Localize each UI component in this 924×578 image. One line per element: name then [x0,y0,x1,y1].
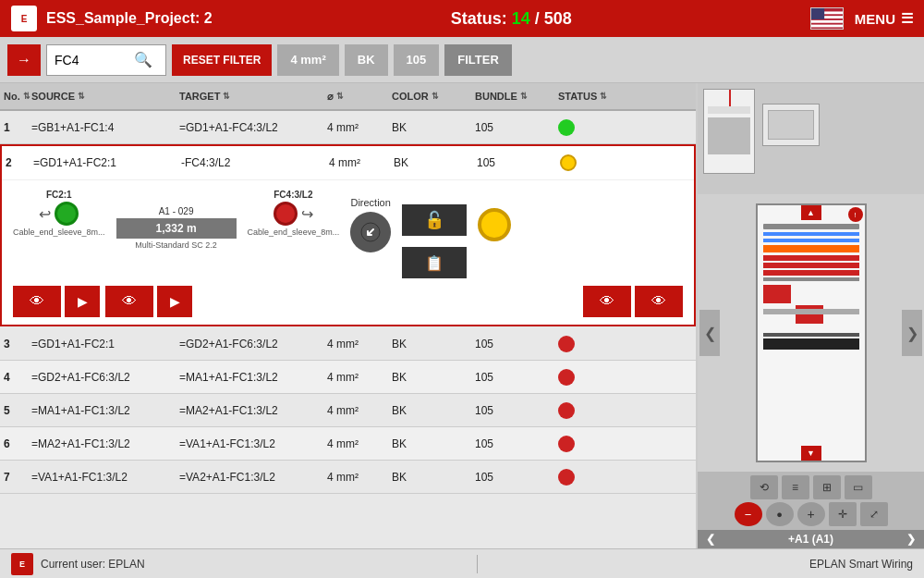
header-right: MENU ☰ [810,7,913,30]
row-7-source: =VA1+A1-FC1:3/L2 [31,471,179,484]
ctrl-btn-plus[interactable]: + [797,502,825,526]
cable-id: A1 - 029 [159,206,194,216]
cabinet-prev-btn[interactable]: ❮ [700,533,721,546]
row-2-target: -FC4:3/L2 [181,156,329,169]
row-1-color: BK [392,121,475,134]
cabinet-body: ▲ ! [756,203,867,462]
ctrl-btn-move[interactable]: ✛ [829,502,857,526]
mid-btn-group: 👁 ▶ [105,286,192,317]
toolbar: → 🔍 RESET FILTER 4 mm² BK 105 FILTER [0,37,924,83]
eye-btn-1[interactable]: 👁 [13,286,61,317]
svg-rect-5 [811,8,824,19]
doc-button[interactable]: 📋 [402,247,467,278]
table-row[interactable]: 1 =GB1+A1-FC1:4 =GD1+A1-FC4:3/L2 4 mm² B… [0,111,696,144]
divider [477,555,478,573]
ctrl-btn-window[interactable]: ▭ [845,475,872,499]
ctrl-btn-circle[interactable]: ● [766,502,794,526]
play-btn-1[interactable]: ▶ [65,286,100,317]
yellow-dot-large [478,208,511,241]
lock-button[interactable]: 🔓 [402,204,467,236]
col-no[interactable]: No. ⇅ [4,91,31,102]
doc-icon: 📋 [425,254,444,272]
footer-left: E Current user: EPLAN [11,553,145,575]
row-4-bundle: 105 [475,371,558,384]
to-label: FC4:3/L2 [274,190,312,200]
right-panel: ❮ ❯ ▲ ! [698,83,924,548]
right-segment: FC4:3/L2 ↪ Cable_end_sleeve_8m... [248,190,340,237]
row-3-status [558,336,575,352]
status-indicator [478,208,511,241]
header-left: E ESS_Sample_Project: 2 [11,6,213,31]
main-cabinet-view: ❮ ❯ ▲ ! [698,194,924,472]
sort-icon-color: ⇅ [432,92,439,101]
arrow-from: ↩ [39,205,51,223]
nav-arrow-button[interactable]: → [7,44,41,76]
sort-icon-diameter: ⇅ [336,92,344,101]
col-status[interactable]: STATUS ⇅ [558,91,632,102]
eye-btn-4[interactable]: 👁 [635,286,683,317]
ctrl-btn-list[interactable]: ≡ [782,475,809,499]
search-icon[interactable]: 🔍 [134,51,152,68]
table-row[interactable]: 3 =GD1+A1-FC2:1 =GD2+A1-FC6:3/L2 4 mm² B… [0,327,696,361]
row-1-status [558,119,575,136]
table-row[interactable]: 7 =VA1+A1-FC1:3/L2 =VA2+A1-FC1:3/L2 4 mm… [0,461,696,494]
to-sleeve: Cable_end_sleeve_8m... [248,228,340,237]
cabinet-thumb-small [703,89,755,174]
row-6-diameter: 4 mm² [327,437,392,450]
ctrl-btn-minus[interactable]: − [735,502,762,526]
svg-rect-3 [811,20,843,23]
table-body: 1 =GB1+A1-FC1:4 =GD1+A1-FC4:3/L2 4 mm² B… [0,111,696,548]
row-5-target: =MA2+A1-FC1:3/L2 [179,404,327,417]
row-2-status [560,154,577,171]
table-row-expanded[interactable]: 2 =GD1+A1-FC2:1 -FC4:3/L2 4 mm² BK 105 F… [0,144,696,326]
cabinet-label-bar: ❮ +A1 (A1) ❯ [698,530,924,548]
reset-filter-button[interactable]: RESET FILTER [172,44,272,76]
menu-button[interactable]: MENU ☰ [855,10,913,27]
row-4-no: 4 [4,371,31,384]
filter-chip-diameter[interactable]: 4 mm² [277,44,338,76]
row-7-no: 7 [4,471,31,484]
cabinet-scroll-up[interactable]: ▲ [801,205,821,220]
status-separator: / [535,9,540,28]
filter-chip-bundle[interactable]: 105 [394,44,440,76]
cabinet-nav-right[interactable]: ❯ [902,310,922,356]
eplan-logo: E [11,6,37,31]
table-row[interactable]: 6 =MA2+A1-FC1:3/L2 =VA1+A1-FC1:3/L2 4 mm… [0,427,696,461]
controls-row-1: ⟲ ≡ ⊞ ▭ [703,475,918,499]
app-name-label: EPLAN Smart Wiring [809,558,913,571]
cabinet-thumbnails [698,83,924,194]
table-row[interactable]: 5 =MA1+A1-FC1:3/L2 =MA2+A1-FC1:3/L2 4 mm… [0,394,696,427]
arrow-to: ↪ [301,205,313,223]
filter-button[interactable]: FILTER [444,44,512,76]
ctrl-btn-rotate[interactable]: ⟲ [750,475,778,499]
ctrl-btn-expand[interactable]: ⤢ [860,502,888,526]
cabinet-nav-left[interactable]: ❮ [699,310,720,356]
eye-btn-3[interactable]: 👁 [583,286,631,317]
table-row[interactable]: 4 =GD2+A1-FC6:3/L2 =MA1+A1-FC1:3/L2 4 mm… [0,361,696,394]
cabinet-scroll-down[interactable]: ▼ [801,446,821,461]
lock-icon: 🔓 [424,210,444,230]
search-box: 🔍 [46,44,166,76]
row-7-color: BK [392,471,475,484]
filter-chip-color[interactable]: BK [345,44,388,76]
play-btn-2[interactable]: ▶ [157,286,192,317]
ctrl-btn-grid[interactable]: ⊞ [813,475,841,499]
col-target[interactable]: TARGET ⇅ [179,91,327,102]
direction-btn[interactable] [350,212,391,252]
col-source[interactable]: SOURCE ⇅ [31,91,179,102]
status-total: 508 [544,9,572,28]
row-1-no: 1 [4,121,31,134]
cable-bar: 1,332 m [116,218,237,239]
eye-btn-2[interactable]: 👁 [105,286,153,317]
right-wire: ↪ [274,202,313,226]
row-3-no: 3 [4,338,31,350]
col-bundle[interactable]: BUNDLE ⇅ [475,91,558,102]
row-5-no: 5 [4,404,31,417]
search-input[interactable] [55,53,128,68]
cabinet-next-btn[interactable]: ❯ [901,533,921,546]
col-diameter[interactable]: ⌀ ⇅ [327,91,392,103]
col-color[interactable]: COLOR ⇅ [392,91,475,102]
flag-icon [810,7,844,30]
cable-type: Multi-Standard SC 2.2 [135,240,217,250]
row-2-source: =GD1+A1-FC2:1 [33,156,181,169]
